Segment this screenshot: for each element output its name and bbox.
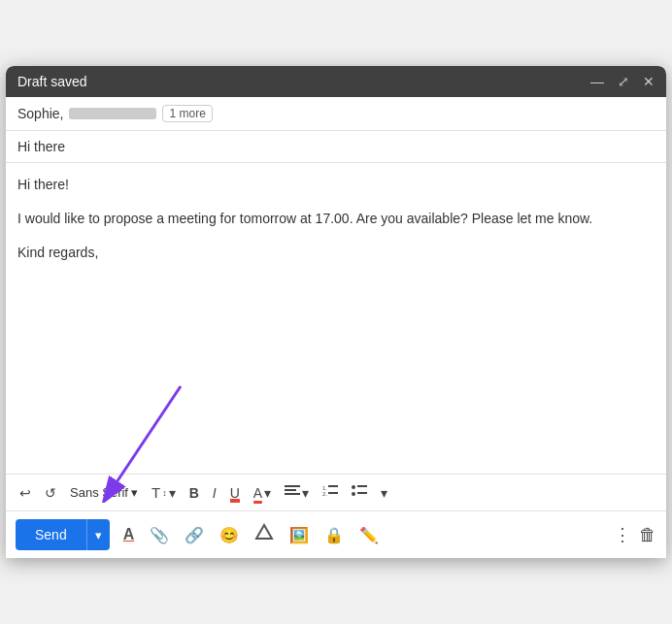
svg-rect-2 — [285, 485, 300, 487]
to-field: Sophie, 1 more — [6, 97, 666, 131]
close-icon[interactable]: ✕ — [643, 74, 655, 89]
italic-icon: I — [213, 485, 217, 501]
svg-rect-12 — [357, 492, 367, 494]
redo-icon: ↺ — [45, 485, 56, 501]
link-button[interactable]: 🔗 — [179, 522, 210, 548]
more-options-icon[interactable]: ⋮ — [614, 524, 631, 545]
title-bar: Draft saved — ⤢ ✕ — [6, 66, 666, 97]
send-bar: Send ▾ A 📎 🔗 😊 — [6, 510, 666, 558]
bullet-list-icon — [352, 484, 367, 501]
italic-button[interactable]: I — [207, 481, 222, 505]
photo-button[interactable]: 🖼️ — [284, 522, 315, 548]
body-line2: I would like to propose a meeting for to… — [17, 209, 655, 229]
email-body[interactable]: Hi there! I would like to propose a meet… — [6, 163, 666, 474]
numbered-list-button[interactable]: 1. 2. — [317, 480, 344, 505]
font-selector[interactable]: Sans Serif ▾ — [64, 481, 144, 504]
redo-button[interactable]: ↺ — [39, 481, 62, 505]
subject-text: Hi there — [17, 139, 65, 154]
undo-icon: ↩ — [19, 485, 31, 501]
attach-button[interactable]: 📎 — [144, 522, 175, 548]
more-formatting-icon: ▾ — [381, 485, 387, 501]
svg-rect-8 — [328, 492, 338, 494]
numbered-list-icon: 1. 2. — [322, 484, 338, 501]
signature-button[interactable]: ✏️ — [353, 522, 385, 548]
size-dropdown-icon: ▾ — [169, 485, 176, 501]
svg-text:2.: 2. — [322, 491, 327, 497]
delete-draft-icon[interactable]: 🗑 — [639, 525, 656, 545]
photo-icon: 🖼️ — [289, 526, 309, 544]
font-size-icon: T — [151, 484, 160, 501]
svg-rect-6 — [328, 485, 338, 487]
bold-button[interactable]: B — [184, 481, 205, 505]
font-color-dropdown: ▾ — [264, 485, 271, 501]
drive-button[interactable] — [249, 519, 280, 550]
svg-rect-4 — [285, 493, 300, 495]
send-bar-icons: A 📎 🔗 😊 — [118, 519, 606, 550]
svg-rect-10 — [357, 485, 367, 487]
underline-button[interactable]: U — [224, 481, 246, 505]
recipient-email-blurred — [69, 108, 156, 119]
send-bar-right: ⋮ 🗑 — [614, 524, 656, 545]
confidential-button[interactable]: 🔒 — [319, 522, 350, 548]
font-size-button[interactable]: T↕ ▾ — [146, 480, 182, 505]
recipient-name: Sophie, — [17, 106, 63, 121]
link-icon: 🔗 — [185, 526, 204, 544]
bullet-list-button[interactable] — [346, 480, 373, 505]
confidential-icon: 🔒 — [324, 526, 344, 544]
send-dropdown-button[interactable]: ▾ — [86, 519, 110, 550]
attach-icon: 📎 — [150, 526, 169, 544]
font-name: Sans Serif — [70, 485, 128, 500]
emoji-icon: 😊 — [219, 526, 239, 544]
body-line1: Hi there! — [17, 175, 655, 195]
align-button[interactable]: ▾ — [279, 480, 315, 505]
underline-icon: U — [230, 485, 240, 501]
signature-icon: ✏️ — [359, 526, 379, 544]
expand-icon[interactable]: ⤢ — [618, 74, 629, 89]
compose-window: Draft saved — ⤢ ✕ Sophie, 1 more Hi ther… — [6, 66, 666, 558]
formatting-toolbar: ↩ ↺ Sans Serif ▾ T↕ ▾ B I U A ▾ — [6, 474, 666, 510]
send-button[interactable]: Send — [16, 519, 86, 550]
format-text-icon: A — [123, 526, 135, 543]
align-icon — [285, 484, 300, 501]
emoji-button[interactable]: 😊 — [214, 522, 245, 548]
send-dropdown-icon: ▾ — [95, 528, 102, 542]
svg-point-11 — [352, 492, 355, 496]
bold-icon: B — [189, 485, 199, 501]
subject-field: Hi there — [6, 131, 666, 163]
svg-point-9 — [352, 485, 355, 489]
svg-marker-13 — [256, 525, 272, 539]
font-color-button[interactable]: A ▾ — [248, 481, 277, 505]
font-dropdown-icon: ▾ — [131, 485, 138, 500]
more-formatting-button[interactable]: ▾ — [375, 481, 393, 505]
send-button-group: Send ▾ — [16, 519, 110, 550]
minimize-icon[interactable]: — — [590, 74, 604, 89]
undo-button[interactable]: ↩ — [14, 481, 37, 505]
format-text-button[interactable]: A — [118, 522, 141, 547]
font-color-icon: A — [253, 485, 262, 501]
svg-line-1 — [113, 386, 181, 488]
drive-icon — [254, 523, 274, 546]
window-controls: — ⤢ ✕ — [590, 74, 655, 89]
svg-rect-3 — [285, 489, 296, 491]
body-line3: Kind regards, — [17, 243, 655, 263]
more-recipients-badge[interactable]: 1 more — [162, 105, 212, 122]
window-title: Draft saved — [17, 74, 87, 89]
